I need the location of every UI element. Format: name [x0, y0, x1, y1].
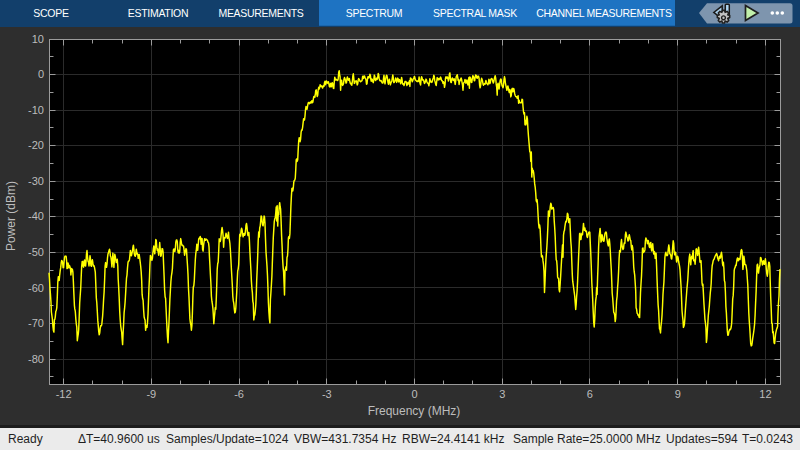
svg-text:-10: -10 [28, 104, 44, 116]
svg-text:12: 12 [759, 388, 771, 400]
svg-text:0: 0 [411, 388, 417, 400]
svg-text:0: 0 [38, 68, 44, 80]
svg-text:-60: -60 [28, 282, 44, 294]
svg-text:Power (dBm): Power (dBm) [4, 181, 18, 251]
svg-text:-80: -80 [28, 353, 44, 365]
svg-text:-6: -6 [234, 388, 244, 400]
svg-text:-50: -50 [28, 246, 44, 258]
svg-text:3: 3 [499, 388, 505, 400]
svg-text:-9: -9 [146, 388, 156, 400]
svg-text:-70: -70 [28, 317, 44, 329]
svg-text:10: 10 [32, 33, 44, 45]
svg-text:-12: -12 [56, 388, 72, 400]
svg-text:-30: -30 [28, 175, 44, 187]
svg-text:-20: -20 [28, 139, 44, 151]
svg-text:-3: -3 [322, 388, 332, 400]
svg-text:9: 9 [675, 388, 681, 400]
svg-text:-40: -40 [28, 210, 44, 222]
svg-text:6: 6 [587, 388, 593, 400]
svg-text:Frequency (MHz): Frequency (MHz) [368, 404, 461, 418]
